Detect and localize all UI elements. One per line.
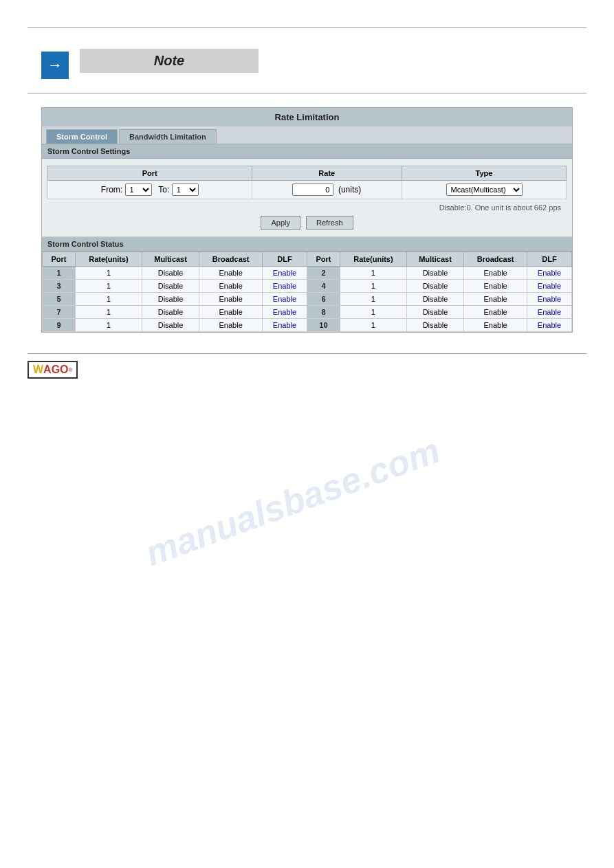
rate-input[interactable] bbox=[292, 183, 333, 196]
status-table-wrap: Port Rate(units) Multicast Broadcast DLF… bbox=[42, 252, 572, 332]
settings-form: Port Rate Type From: 1234 5678 910 bbox=[42, 159, 572, 237]
table-cell: Disable bbox=[406, 319, 463, 332]
table-cell: Enable bbox=[527, 319, 571, 332]
note-content: Note bbox=[80, 49, 573, 78]
table-cell: Enable bbox=[464, 306, 527, 319]
table-cell: Enable bbox=[527, 280, 571, 293]
note-header-box: Note bbox=[80, 49, 259, 73]
wago-logo: W AGO ® bbox=[28, 361, 78, 379]
table-row: 11DisableEnableEnable21DisableEnableEnab… bbox=[43, 267, 572, 280]
table-cell: Enable bbox=[527, 306, 571, 319]
table-cell: 1 bbox=[43, 267, 76, 280]
table-cell: 1 bbox=[76, 267, 142, 280]
table-cell: Enable bbox=[263, 306, 307, 319]
col-header-rate2: Rate(units) bbox=[340, 252, 407, 267]
table-cell: 1 bbox=[340, 319, 407, 332]
col-header-port1: Port bbox=[43, 252, 76, 267]
watermark: manualsbase.com bbox=[140, 430, 445, 575]
logo-reg: ® bbox=[69, 367, 73, 373]
table-cell: Enable bbox=[527, 267, 571, 280]
logo-ago: AGO bbox=[43, 364, 68, 376]
note-title: Note bbox=[154, 53, 184, 68]
table-cell: Enable bbox=[199, 267, 263, 280]
table-cell: Disable bbox=[406, 293, 463, 306]
table-cell: 1 bbox=[76, 306, 142, 319]
table-cell: Disable bbox=[142, 267, 199, 280]
top-divider bbox=[28, 27, 586, 28]
footer: W AGO ® bbox=[28, 361, 586, 379]
refresh-button[interactable]: Refresh bbox=[306, 216, 353, 230]
table-cell: 1 bbox=[76, 293, 142, 306]
tabs-row: Storm Control Bandwidth Limitation bbox=[42, 126, 572, 144]
table-cell: Disable bbox=[142, 306, 199, 319]
table-cell: Enable bbox=[464, 293, 527, 306]
panel-title: Rate Limitation bbox=[42, 108, 572, 126]
note-section: → Note bbox=[41, 49, 573, 79]
arrow-symbol: → bbox=[47, 56, 63, 74]
table-cell: Disable bbox=[142, 293, 199, 306]
port-from-to-cell: From: 1234 5678 910 To: 1234 5678 910 bbox=[48, 181, 252, 199]
col-port-header: Port bbox=[48, 166, 252, 181]
rate-hint: Disable:0. One unit is about 662 pps bbox=[47, 202, 567, 212]
col-header-bcast2: Broadcast bbox=[464, 252, 527, 267]
table-cell: Enable bbox=[199, 293, 263, 306]
table-cell: Enable bbox=[527, 293, 571, 306]
table-cell: 6 bbox=[307, 293, 340, 306]
table-cell: Enable bbox=[464, 267, 527, 280]
table-cell: 1 bbox=[76, 319, 142, 332]
storm-control-status-header: Storm Control Status bbox=[42, 237, 572, 252]
col-type-header: Type bbox=[402, 166, 567, 181]
col-rate-header: Rate bbox=[252, 166, 402, 181]
table-row: 31DisableEnableEnable41DisableEnableEnab… bbox=[43, 280, 572, 293]
col-header-port2: Port bbox=[307, 252, 340, 267]
table-cell: Enable bbox=[263, 293, 307, 306]
table-cell: 5 bbox=[43, 293, 76, 306]
table-row: 51DisableEnableEnable61DisableEnableEnab… bbox=[43, 293, 572, 306]
table-cell: Disable bbox=[406, 306, 463, 319]
col-header-rate1: Rate(units) bbox=[76, 252, 142, 267]
col-header-mcast2: Multicast bbox=[406, 252, 463, 267]
col-header-dlf2: DLF bbox=[527, 252, 571, 267]
tab-bandwidth-limitation[interactable]: Bandwidth Limitation bbox=[119, 129, 217, 144]
from-label: From: bbox=[101, 185, 122, 194]
to-label: To: bbox=[158, 185, 169, 194]
logo-w: W bbox=[33, 364, 43, 376]
type-cell: Mcast(Multicast) Bcast(Broadcast) DLF bbox=[402, 181, 567, 199]
table-cell: 1 bbox=[340, 267, 407, 280]
apply-button[interactable]: Apply bbox=[261, 216, 300, 230]
bottom-divider bbox=[28, 353, 586, 354]
table-cell: 1 bbox=[340, 293, 407, 306]
table-cell: Enable bbox=[263, 319, 307, 332]
table-cell: Disable bbox=[142, 280, 199, 293]
table-cell: Enable bbox=[199, 280, 263, 293]
status-table: Port Rate(units) Multicast Broadcast DLF… bbox=[42, 252, 572, 332]
col-header-mcast1: Multicast bbox=[142, 252, 199, 267]
table-cell: 8 bbox=[307, 306, 340, 319]
table-cell: Enable bbox=[263, 280, 307, 293]
form-table: Port Rate Type From: 1234 5678 910 bbox=[47, 166, 567, 199]
table-row: 71DisableEnableEnable81DisableEnableEnab… bbox=[43, 306, 572, 319]
table-cell: 1 bbox=[340, 280, 407, 293]
table-cell: 7 bbox=[43, 306, 76, 319]
table-cell: Disable bbox=[406, 280, 463, 293]
table-cell: 4 bbox=[307, 280, 340, 293]
table-cell: Disable bbox=[142, 319, 199, 332]
table-cell: 1 bbox=[340, 306, 407, 319]
rate-cell: (units) bbox=[252, 181, 402, 199]
to-select[interactable]: 1234 5678 910 bbox=[172, 183, 199, 196]
tab-storm-control[interactable]: Storm Control bbox=[46, 129, 118, 144]
arrow-icon: → bbox=[41, 52, 69, 79]
col-header-dlf1: DLF bbox=[263, 252, 307, 267]
table-cell: 1 bbox=[76, 280, 142, 293]
table-cell: Enable bbox=[263, 267, 307, 280]
table-cell: Enable bbox=[199, 306, 263, 319]
table-cell: 3 bbox=[43, 280, 76, 293]
from-select[interactable]: 1234 5678 910 bbox=[125, 183, 152, 196]
table-cell: Enable bbox=[464, 319, 527, 332]
type-select[interactable]: Mcast(Multicast) Bcast(Broadcast) DLF bbox=[446, 183, 523, 196]
mid-divider bbox=[28, 93, 586, 93]
main-panel: Rate Limitation Storm Control Bandwidth … bbox=[41, 107, 573, 333]
table-cell: Enable bbox=[199, 319, 263, 332]
button-row: Apply Refresh bbox=[47, 216, 567, 230]
table-cell: 9 bbox=[43, 319, 76, 332]
